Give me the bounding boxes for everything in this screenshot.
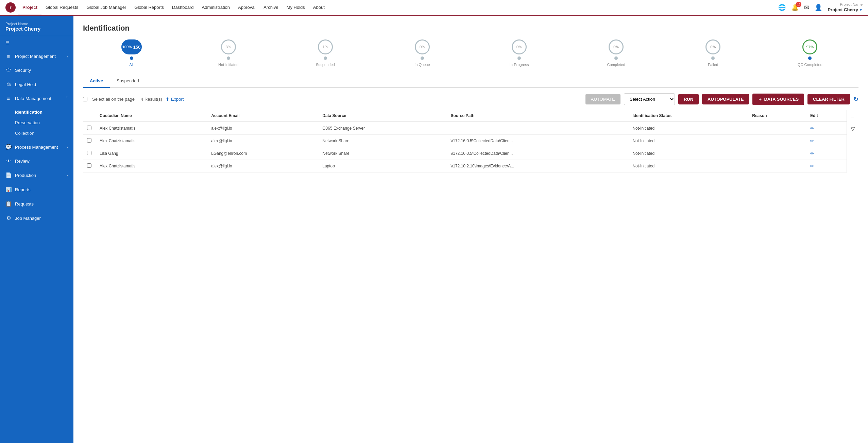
sidebar-project-name: Project Cherry (5, 26, 68, 32)
project-dropdown-caret[interactable]: ▼ (859, 8, 863, 12)
th-checkbox (83, 110, 96, 122)
nav-my-holds[interactable]: My Holds (283, 0, 309, 16)
progress-step-completed[interactable]: 0% Completed (568, 39, 665, 67)
production-arrow: › (67, 173, 68, 177)
progress-label-completed: Completed (607, 63, 625, 67)
nav-global-job-manager[interactable]: Global Job Manager (82, 0, 130, 16)
refresh-icon[interactable]: ↻ (853, 96, 858, 103)
progress-bar: 100% 156 All 3% Not-Initiated 1% Suspend… (83, 39, 858, 67)
nav-approval[interactable]: Approval (234, 0, 259, 16)
progress-step-all[interactable]: 100% 156 All (83, 39, 180, 67)
export-button[interactable]: ⬆ Export (166, 97, 184, 102)
sidebar-item-production[interactable]: 📄 Production › (0, 168, 73, 182)
cell-custodian-name: Alex Chatzistamatis (96, 122, 207, 135)
progress-step-in-queue[interactable]: 0% In Queue (374, 39, 471, 67)
clear-filter-button[interactable]: CLEAR FILTER (807, 94, 850, 104)
th-source-path: Source Path (447, 110, 629, 122)
review-icon: 👁 (5, 158, 12, 164)
progress-step-not-initiated[interactable]: 3% Not-Initiated (180, 39, 277, 67)
result-count: 4 Result(s) (141, 97, 162, 102)
top-nav: r Project Global Requests Global Job Man… (0, 0, 868, 16)
cell-reason (748, 160, 806, 173)
row-checkbox-1[interactable] (87, 138, 91, 143)
app-logo[interactable]: r (5, 2, 16, 13)
progress-step-suspended[interactable]: 1% Suspended (277, 39, 374, 67)
row-checkbox-0[interactable] (87, 126, 91, 130)
sidebar-item-legal-hold[interactable]: ⚖ Legal Hold (0, 77, 73, 92)
nav-administration[interactable]: Administration (198, 0, 234, 16)
progress-label-in-queue: In Queue (414, 63, 430, 67)
table-row: Alex Chatzistamatis alex@ligl.io O365 Ex… (83, 122, 847, 135)
progress-step-in-progress[interactable]: 0% In-Progress (471, 39, 568, 67)
nav-global-requests[interactable]: Global Requests (41, 0, 82, 16)
progress-circle-failed: 0% (705, 39, 720, 54)
sidebar-item-data-management[interactable]: ≡ Data Management ˅ (0, 92, 73, 105)
sidebar-item-reports[interactable]: 📊 Reports (0, 182, 73, 197)
run-button[interactable]: RUN (678, 94, 699, 104)
tab-active[interactable]: Active (83, 75, 110, 88)
data-sources-button[interactable]: ＋ DATA SOURCES (752, 94, 804, 105)
progress-step-qc-completed[interactable]: 97% QC Completed (762, 39, 858, 67)
cell-account-email: LGang@enron.com (207, 147, 318, 160)
sidebar-project-label: Project Name (5, 22, 68, 26)
row-checkbox-3[interactable] (87, 163, 91, 168)
sidebar-item-process-management[interactable]: 💬 Process Management › (0, 140, 73, 154)
cell-identification-status: Not-Initiated (628, 135, 748, 147)
messages-icon[interactable]: ✉ (804, 4, 809, 11)
sidebar-item-preservation[interactable]: Preservation (15, 117, 73, 128)
cell-source-path: \\172.16.0.5\CollectedData\Clien... (447, 147, 629, 160)
row-checkbox-cell (83, 122, 96, 135)
progress-label-qc-completed: QC Completed (798, 63, 822, 67)
cell-data-source: Network Share (318, 135, 446, 147)
sidebar-item-requests[interactable]: 📋 Requests (0, 197, 73, 211)
nav-archive[interactable]: Archive (259, 0, 282, 16)
th-account-email: Account Email (207, 110, 318, 122)
edit-icon-0[interactable]: ✏ (810, 126, 814, 131)
sidebar-item-collection[interactable]: Collection (15, 128, 73, 138)
progress-dot-not-initiated (227, 56, 230, 60)
th-custodian-name: Custodian Name (96, 110, 207, 122)
progress-dot-completed (614, 56, 618, 60)
nav-dashboard[interactable]: Dashboard (168, 0, 198, 16)
nav-about[interactable]: About (309, 0, 329, 16)
column-settings-icon[interactable]: ≡ (851, 114, 854, 120)
select-action-dropdown[interactable]: Select Action (624, 93, 675, 105)
table-header: Custodian Name Account Email Data Source… (83, 110, 847, 122)
sidebar-item-project-management[interactable]: ≡ Project Management › (0, 49, 73, 63)
filter-icon[interactable]: ▽ (851, 126, 855, 132)
th-identification-status: Identification Status (628, 110, 748, 122)
production-icon: 📄 (5, 172, 12, 178)
cell-data-source: Laptop (318, 160, 446, 173)
job-manager-icon: ⚙ (5, 215, 12, 221)
cell-edit: ✏ (806, 135, 846, 147)
automate-button[interactable]: AUTOMATE (585, 94, 620, 104)
cell-identification-status: Not-Initiated (628, 160, 748, 173)
nav-project[interactable]: Project (18, 0, 41, 16)
edit-icon-3[interactable]: ✏ (810, 163, 814, 169)
toolbar-left: Select all on the page 4 Result(s) ⬆ Exp… (83, 97, 582, 102)
sidebar-item-review[interactable]: 👁 Review (0, 154, 73, 168)
nav-global-reports[interactable]: Global Reports (130, 0, 168, 16)
progress-dot-in-progress (517, 56, 521, 60)
edit-icon-1[interactable]: ✏ (810, 138, 814, 144)
cell-account-email: alex@ligl.io (207, 160, 318, 173)
edit-icon-2[interactable]: ✏ (810, 151, 814, 156)
user-icon[interactable]: 👤 (815, 4, 822, 11)
tab-suspended[interactable]: Suspended (110, 75, 146, 88)
tabs-row: Active Suspended (83, 75, 858, 88)
cell-source-path: \\172.16.0.5\CollectedData\Clien... (447, 135, 629, 147)
sidebar-item-job-manager[interactable]: ⚙ Job Manager (0, 211, 73, 225)
process-management-arrow: › (67, 145, 68, 149)
globe-icon[interactable]: 🌐 (778, 4, 786, 11)
progress-label-in-progress: In-Progress (510, 63, 529, 67)
row-checkbox-2[interactable] (87, 151, 91, 155)
progress-step-failed[interactable]: 0% Failed (665, 39, 762, 67)
sidebar-item-identification[interactable]: Identification (15, 107, 73, 117)
sidebar-menu-toggle[interactable]: ☰ (0, 36, 73, 49)
notifications-icon[interactable]: 🔔 13 (791, 4, 799, 11)
autopopulate-button[interactable]: AUTOPOPULATE (702, 94, 749, 104)
sidebar-item-security[interactable]: 🛡 Security (0, 63, 73, 77)
progress-label-not-initiated: Not-Initiated (218, 63, 238, 67)
select-all-checkbox[interactable] (83, 97, 87, 101)
progress-circle-not-initiated: 3% (221, 39, 236, 54)
